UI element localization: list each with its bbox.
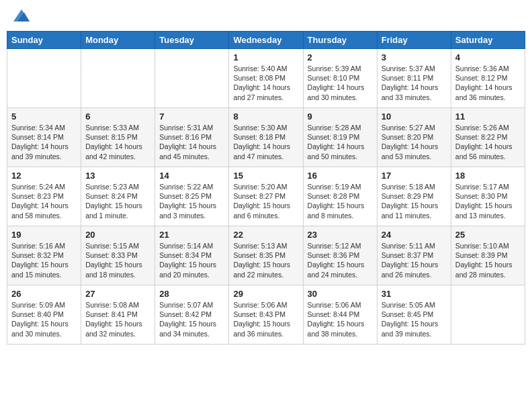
day-info: Sunrise: 5:33 AM Sunset: 8:15 PM Dayligh… [85, 123, 150, 161]
day-info: Sunrise: 5:39 AM Sunset: 8:10 PM Dayligh… [308, 64, 373, 102]
calendar-cell [155, 49, 229, 108]
page-header [7, 7, 525, 26]
calendar-cell: 18Sunrise: 5:17 AM Sunset: 8:30 PM Dayli… [451, 167, 525, 226]
day-info: Sunrise: 5:06 AM Sunset: 8:43 PM Dayligh… [233, 300, 298, 338]
calendar-cell: 6Sunrise: 5:33 AM Sunset: 8:15 PM Daylig… [81, 108, 155, 167]
day-info: Sunrise: 5:18 AM Sunset: 8:29 PM Dayligh… [382, 182, 447, 220]
day-number: 3 [382, 52, 447, 62]
day-number: 7 [159, 111, 224, 122]
day-number: 22 [233, 230, 298, 240]
logo [9, 7, 31, 26]
day-number: 14 [159, 171, 224, 181]
day-number: 5 [11, 111, 77, 122]
day-number: 9 [308, 111, 373, 122]
day-info: Sunrise: 5:27 AM Sunset: 8:20 PM Dayligh… [382, 123, 447, 161]
week-row-5: 26Sunrise: 5:09 AM Sunset: 8:40 PM Dayli… [7, 285, 525, 345]
day-number: 28 [159, 289, 224, 299]
calendar-cell: 10Sunrise: 5:27 AM Sunset: 8:20 PM Dayli… [377, 108, 451, 167]
calendar-cell: 19Sunrise: 5:16 AM Sunset: 8:32 PM Dayli… [7, 226, 81, 285]
calendar-cell: 22Sunrise: 5:13 AM Sunset: 8:35 PM Dayli… [229, 226, 303, 285]
week-row-3: 12Sunrise: 5:24 AM Sunset: 8:23 PM Dayli… [7, 167, 525, 226]
day-info: Sunrise: 5:14 AM Sunset: 8:34 PM Dayligh… [159, 241, 224, 279]
logo-icon [12, 7, 31, 26]
day-info: Sunrise: 5:20 AM Sunset: 8:27 PM Dayligh… [233, 182, 298, 220]
calendar-cell: 24Sunrise: 5:11 AM Sunset: 8:37 PM Dayli… [377, 226, 451, 285]
day-info: Sunrise: 5:37 AM Sunset: 8:11 PM Dayligh… [382, 64, 447, 102]
day-info: Sunrise: 5:24 AM Sunset: 8:23 PM Dayligh… [11, 182, 77, 220]
day-number: 24 [382, 230, 447, 240]
day-number: 10 [382, 111, 447, 122]
col-header-monday: Monday [81, 32, 155, 49]
day-number: 8 [233, 111, 298, 122]
calendar-cell: 23Sunrise: 5:12 AM Sunset: 8:36 PM Dayli… [303, 226, 377, 285]
calendar-cell: 26Sunrise: 5:09 AM Sunset: 8:40 PM Dayli… [7, 285, 81, 345]
day-info: Sunrise: 5:17 AM Sunset: 8:30 PM Dayligh… [455, 182, 521, 220]
day-number: 31 [382, 289, 447, 299]
calendar-cell: 17Sunrise: 5:18 AM Sunset: 8:29 PM Dayli… [377, 167, 451, 226]
day-number: 29 [233, 289, 298, 299]
calendar-cell: 4Sunrise: 5:36 AM Sunset: 8:12 PM Daylig… [451, 49, 525, 108]
calendar-cell: 8Sunrise: 5:30 AM Sunset: 8:18 PM Daylig… [229, 108, 303, 167]
week-row-2: 5Sunrise: 5:34 AM Sunset: 8:14 PM Daylig… [7, 108, 525, 167]
day-info: Sunrise: 5:36 AM Sunset: 8:12 PM Dayligh… [455, 64, 521, 102]
col-header-tuesday: Tuesday [155, 32, 229, 49]
calendar-cell: 21Sunrise: 5:14 AM Sunset: 8:34 PM Dayli… [155, 226, 229, 285]
day-info: Sunrise: 5:22 AM Sunset: 8:25 PM Dayligh… [159, 182, 224, 220]
day-number: 26 [11, 289, 77, 299]
day-number: 15 [233, 171, 298, 181]
day-number: 4 [455, 52, 521, 62]
calendar-cell: 1Sunrise: 5:40 AM Sunset: 8:08 PM Daylig… [229, 49, 303, 108]
calendar-cell: 28Sunrise: 5:07 AM Sunset: 8:42 PM Dayli… [155, 285, 229, 345]
day-number: 18 [455, 171, 521, 181]
day-number: 19 [11, 230, 77, 240]
day-info: Sunrise: 5:30 AM Sunset: 8:18 PM Dayligh… [233, 123, 298, 161]
calendar-cell: 13Sunrise: 5:23 AM Sunset: 8:24 PM Dayli… [81, 167, 155, 226]
col-header-wednesday: Wednesday [229, 32, 303, 49]
day-number: 13 [85, 171, 150, 181]
calendar-cell: 20Sunrise: 5:15 AM Sunset: 8:33 PM Dayli… [81, 226, 155, 285]
day-number: 20 [85, 230, 150, 240]
day-number: 30 [308, 289, 373, 299]
day-number: 16 [308, 171, 373, 181]
day-number: 2 [308, 52, 373, 62]
day-number: 6 [85, 111, 150, 122]
col-header-sunday: Sunday [7, 32, 81, 49]
day-number: 11 [455, 111, 521, 122]
calendar-cell: 14Sunrise: 5:22 AM Sunset: 8:25 PM Dayli… [155, 167, 229, 226]
day-info: Sunrise: 5:12 AM Sunset: 8:36 PM Dayligh… [308, 241, 373, 279]
day-info: Sunrise: 5:13 AM Sunset: 8:35 PM Dayligh… [233, 241, 298, 279]
day-info: Sunrise: 5:34 AM Sunset: 8:14 PM Dayligh… [11, 123, 77, 161]
day-info: Sunrise: 5:09 AM Sunset: 8:40 PM Dayligh… [11, 300, 77, 338]
day-number: 21 [159, 230, 224, 240]
week-row-1: 1Sunrise: 5:40 AM Sunset: 8:08 PM Daylig… [7, 49, 525, 108]
calendar-cell: 29Sunrise: 5:06 AM Sunset: 8:43 PM Dayli… [229, 285, 303, 345]
day-info: Sunrise: 5:16 AM Sunset: 8:32 PM Dayligh… [11, 241, 77, 279]
calendar-cell: 27Sunrise: 5:08 AM Sunset: 8:41 PM Dayli… [81, 285, 155, 345]
calendar-header-row: SundayMondayTuesdayWednesdayThursdayFrid… [7, 32, 525, 49]
calendar-cell: 31Sunrise: 5:05 AM Sunset: 8:45 PM Dayli… [377, 285, 451, 345]
col-header-saturday: Saturday [451, 32, 525, 49]
calendar-cell: 3Sunrise: 5:37 AM Sunset: 8:11 PM Daylig… [377, 49, 451, 108]
calendar-cell [451, 285, 525, 345]
calendar-cell: 25Sunrise: 5:10 AM Sunset: 8:39 PM Dayli… [451, 226, 525, 285]
col-header-thursday: Thursday [303, 32, 377, 49]
calendar-cell: 16Sunrise: 5:19 AM Sunset: 8:28 PM Dayli… [303, 167, 377, 226]
day-info: Sunrise: 5:23 AM Sunset: 8:24 PM Dayligh… [85, 182, 150, 220]
day-info: Sunrise: 5:07 AM Sunset: 8:42 PM Dayligh… [159, 300, 224, 338]
day-number: 23 [308, 230, 373, 240]
day-info: Sunrise: 5:10 AM Sunset: 8:39 PM Dayligh… [455, 241, 521, 279]
day-info: Sunrise: 5:31 AM Sunset: 8:16 PM Dayligh… [159, 123, 224, 161]
calendar-cell: 12Sunrise: 5:24 AM Sunset: 8:23 PM Dayli… [7, 167, 81, 226]
calendar-cell: 30Sunrise: 5:06 AM Sunset: 8:44 PM Dayli… [303, 285, 377, 345]
day-info: Sunrise: 5:11 AM Sunset: 8:37 PM Dayligh… [382, 241, 447, 279]
calendar-cell [7, 49, 81, 108]
calendar-cell: 7Sunrise: 5:31 AM Sunset: 8:16 PM Daylig… [155, 108, 229, 167]
day-info: Sunrise: 5:40 AM Sunset: 8:08 PM Dayligh… [233, 64, 298, 102]
day-info: Sunrise: 5:05 AM Sunset: 8:45 PM Dayligh… [382, 300, 447, 338]
calendar-cell: 15Sunrise: 5:20 AM Sunset: 8:27 PM Dayli… [229, 167, 303, 226]
day-number: 27 [85, 289, 150, 299]
calendar-cell: 2Sunrise: 5:39 AM Sunset: 8:10 PM Daylig… [303, 49, 377, 108]
calendar-table: SundayMondayTuesdayWednesdayThursdayFrid… [7, 31, 525, 345]
calendar-cell: 11Sunrise: 5:26 AM Sunset: 8:22 PM Dayli… [451, 108, 525, 167]
calendar-cell: 5Sunrise: 5:34 AM Sunset: 8:14 PM Daylig… [7, 108, 81, 167]
